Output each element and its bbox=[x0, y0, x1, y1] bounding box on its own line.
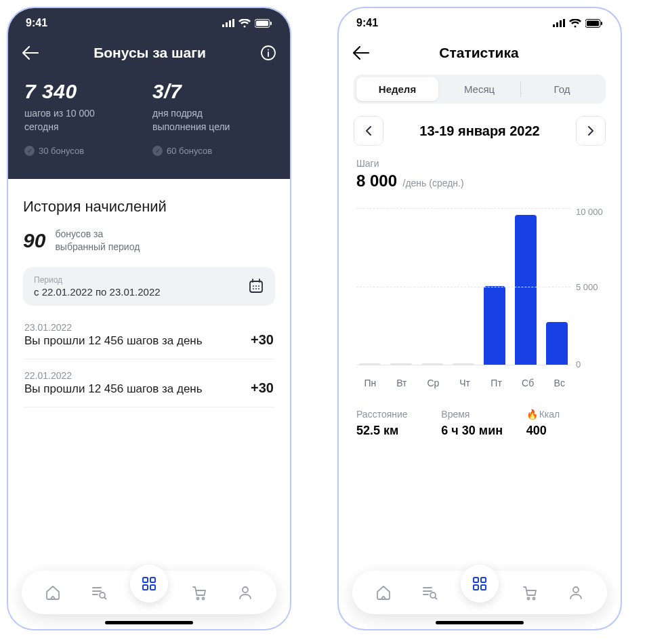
info-button[interactable] bbox=[260, 45, 276, 61]
check-icon: ✓ bbox=[152, 146, 163, 156]
person-icon bbox=[568, 584, 584, 601]
nav-search[interactable] bbox=[415, 578, 444, 607]
nav-home[interactable] bbox=[38, 578, 68, 607]
flame-icon: 🔥 bbox=[526, 409, 538, 420]
person-icon bbox=[237, 584, 253, 601]
svg-rect-6 bbox=[270, 22, 272, 25]
search-list-icon bbox=[421, 584, 438, 601]
steps-today-subtitle: шагов из 10 000сегодня bbox=[24, 107, 146, 134]
steps-value: 8 000 bbox=[356, 172, 397, 190]
svg-rect-17 bbox=[143, 578, 148, 582]
status-time: 9:41 bbox=[26, 17, 47, 29]
arrow-left-icon bbox=[22, 45, 39, 60]
steps-today-block: 7 340 шагов из 10 000сегодня ✓ 30 бонусо… bbox=[24, 80, 146, 156]
steps-metric: Шаги 8 000 /день (средн.) bbox=[339, 158, 621, 190]
bottom-nav bbox=[352, 571, 607, 614]
nav-profile[interactable] bbox=[230, 578, 260, 607]
bottom-nav bbox=[22, 571, 276, 614]
check-icon: ✓ bbox=[24, 146, 35, 156]
steps-unit: /день (средн.) bbox=[403, 178, 464, 188]
tab-week[interactable]: Неделя bbox=[356, 77, 438, 101]
svg-rect-26 bbox=[560, 20, 562, 27]
svg-rect-20 bbox=[150, 585, 155, 590]
arrow-left-icon bbox=[352, 45, 370, 60]
chart-bar[interactable] bbox=[515, 215, 537, 365]
hero-stats: 7 340 шагов из 10 000сегодня ✓ 30 бонусо… bbox=[8, 71, 290, 179]
x-tick: Вт bbox=[391, 378, 413, 388]
page-title: Статистика bbox=[370, 45, 588, 61]
svg-rect-5 bbox=[256, 20, 268, 26]
history-date: 22.01.2022 bbox=[24, 370, 203, 381]
x-axis: ПнВтСрЧтПтСбВс bbox=[339, 371, 621, 388]
phone-bonuses-screen: 9:41 Бонусы за шаги 7 340 шагов из 10 00… bbox=[7, 7, 291, 630]
history-date: 23.01.2022 bbox=[24, 322, 203, 333]
home-icon bbox=[45, 584, 61, 601]
nav-apps[interactable] bbox=[130, 565, 168, 603]
chart-bar[interactable] bbox=[484, 286, 505, 365]
svg-point-21 bbox=[197, 598, 199, 600]
tab-year[interactable]: Год bbox=[521, 77, 603, 101]
chart-bar[interactable] bbox=[359, 363, 381, 365]
y-tick: 10 000 bbox=[576, 206, 603, 216]
nav-profile[interactable] bbox=[561, 578, 591, 607]
prev-period-button[interactable] bbox=[354, 116, 383, 146]
nav-search[interactable] bbox=[84, 578, 114, 607]
summary-stats: Расстояние 52.5 км Время 6 ч 30 мин 🔥Кка… bbox=[339, 388, 621, 438]
svg-rect-1 bbox=[226, 22, 228, 27]
status-indicators bbox=[222, 19, 272, 28]
chart-bar[interactable] bbox=[453, 363, 474, 365]
cart-icon bbox=[191, 584, 207, 601]
svg-rect-3 bbox=[232, 19, 234, 27]
cart-icon bbox=[522, 584, 538, 601]
back-button[interactable] bbox=[352, 45, 370, 60]
svg-point-12 bbox=[258, 286, 259, 287]
nav-cart[interactable] bbox=[515, 578, 545, 607]
history-title: История начислений bbox=[23, 198, 275, 216]
steps-today-value: 7 340 bbox=[24, 80, 146, 103]
stat-time: Время 6 ч 30 мин bbox=[441, 409, 518, 438]
wifi-icon bbox=[238, 19, 251, 28]
bonus-total-value: 90 bbox=[23, 229, 45, 252]
x-tick: Ср bbox=[422, 378, 444, 388]
svg-point-11 bbox=[255, 286, 257, 287]
svg-rect-32 bbox=[474, 578, 478, 582]
nav-cart[interactable] bbox=[184, 578, 214, 607]
status-bar: 9:41 bbox=[8, 8, 290, 38]
x-tick: Пт bbox=[485, 378, 507, 388]
svg-point-10 bbox=[253, 286, 254, 287]
nav-home[interactable] bbox=[369, 578, 398, 607]
x-tick: Чт bbox=[454, 378, 476, 388]
history-item[interactable]: 23.01.2022 Вы прошли 12 456 шагов за ден… bbox=[23, 311, 275, 359]
home-icon bbox=[375, 584, 392, 601]
status-bar: 9:41 bbox=[339, 8, 621, 38]
tab-month[interactable]: Месяц bbox=[438, 77, 520, 101]
status-indicators bbox=[553, 19, 603, 28]
svg-rect-0 bbox=[222, 24, 224, 27]
chart-bar[interactable] bbox=[421, 363, 443, 365]
svg-point-15 bbox=[258, 289, 259, 290]
chart-bar[interactable] bbox=[390, 363, 412, 365]
battery-icon bbox=[585, 19, 603, 28]
nav-apps[interactable] bbox=[461, 565, 499, 603]
date-range: 13-19 января 2022 bbox=[393, 123, 566, 139]
battery-icon bbox=[255, 19, 272, 28]
history-amount: +30 bbox=[251, 380, 274, 396]
svg-point-36 bbox=[528, 598, 530, 600]
steps-bonus-badge: ✓ 30 бонусов bbox=[24, 146, 146, 156]
info-icon bbox=[260, 45, 276, 61]
svg-rect-18 bbox=[150, 578, 155, 582]
svg-point-22 bbox=[203, 598, 205, 600]
period-segmented: Неделя Месяц Год bbox=[354, 75, 606, 104]
svg-rect-27 bbox=[563, 19, 565, 27]
period-selector[interactable]: Период с 22.01.2022 по 23.01.2022 bbox=[23, 267, 275, 306]
history-item[interactable]: 22.01.2022 Вы прошли 12 456 шагов за ден… bbox=[23, 359, 275, 407]
chevron-right-icon bbox=[587, 125, 594, 136]
next-period-button[interactable] bbox=[576, 116, 606, 146]
stat-kcal: 🔥Ккал 400 bbox=[526, 409, 603, 438]
cellular-icon bbox=[222, 19, 234, 27]
history-sheet: История начислений 90 бонусов завыбранны… bbox=[8, 179, 290, 629]
streak-value: 3/7 bbox=[152, 80, 274, 103]
chart-bar[interactable] bbox=[546, 322, 568, 365]
history-desc: Вы прошли 12 456 шагов за день bbox=[24, 382, 203, 396]
back-button[interactable] bbox=[22, 45, 39, 60]
